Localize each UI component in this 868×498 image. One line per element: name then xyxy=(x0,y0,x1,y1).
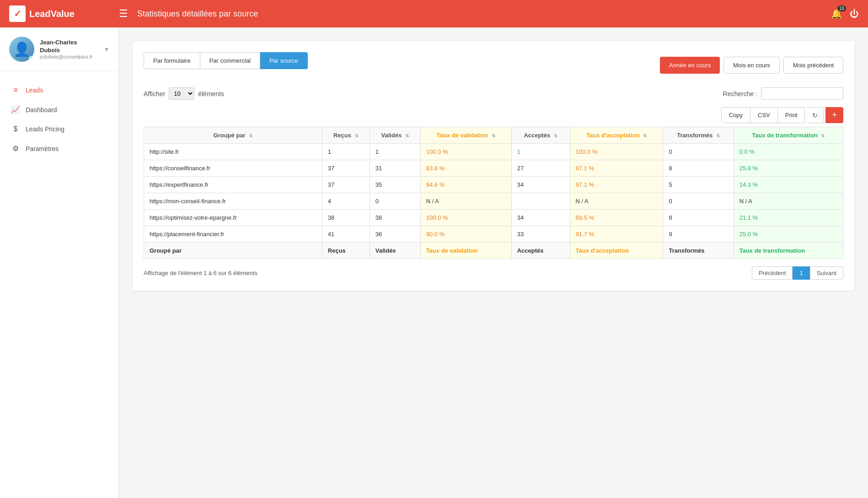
cell-acceptes-2: 34 xyxy=(511,177,570,193)
sidebar-item-parametres-label: Paramètres xyxy=(26,145,59,152)
power-button[interactable]: ⏻ xyxy=(850,9,859,19)
current-year-button[interactable]: Année en cours xyxy=(660,57,720,74)
cell-ta-1: 87.1 % xyxy=(570,160,663,177)
sidebar-item-leads-pricing[interactable]: $ Leads Pricing xyxy=(0,119,118,139)
cell-acceptes-5: 33 xyxy=(511,226,570,243)
by-commercial-button[interactable]: Par commercial xyxy=(200,52,260,69)
cell-source-5: https://placement-financier.fr xyxy=(144,226,322,243)
sort-icon-3[interactable]: ⇅ xyxy=(492,133,495,138)
notifications-button[interactable]: 🔔 10 xyxy=(831,8,842,19)
page-1-button[interactable]: 1 xyxy=(793,266,809,280)
cell-tv-0: 100.0 % xyxy=(420,144,511,160)
cell-valides-3: 0 xyxy=(370,193,420,210)
sidebar-item-leads-pricing-label: Leads Pricing xyxy=(26,125,64,133)
user-info: Jean-Charles Dubois jcdubois@conseilplus… xyxy=(40,39,98,60)
cell-acceptes-3 xyxy=(511,193,570,210)
csv-button[interactable]: CSV xyxy=(750,107,778,123)
th-valides: Validés ⇅ xyxy=(370,127,420,144)
parametres-icon: ⚙ xyxy=(11,144,20,153)
th-taux-transformation: Taux de transformation ⇅ xyxy=(734,127,843,144)
stats-table: Groupé par ⇅ Reçus ⇅ Validés ⇅ Taux de v… xyxy=(144,127,843,259)
cell-tt-1: 25.8 % xyxy=(734,160,843,177)
cell-acceptes-0: 1 xyxy=(511,144,570,160)
prev-page-button[interactable]: Précédent xyxy=(752,266,793,280)
th-recus: Reçus ⇅ xyxy=(322,127,370,144)
cell-transformes-0: 0 xyxy=(663,144,734,160)
sidebar-item-dashboard[interactable]: 📈 Dashboard xyxy=(0,100,118,119)
sort-icon-1[interactable]: ⇅ xyxy=(355,133,359,138)
dashboard-icon: 📈 xyxy=(11,105,20,114)
sort-icon-5[interactable]: ⇅ xyxy=(643,133,647,138)
content-card: Par formulaire Par commercial Par source… xyxy=(133,41,854,291)
elements-label: éléments xyxy=(198,90,224,97)
cell-tt-4: 21.1 % xyxy=(734,210,843,226)
footer-acceptes: Acceptés xyxy=(511,243,570,259)
cell-recus-1: 37 xyxy=(322,160,370,177)
print-button[interactable]: Print xyxy=(778,107,805,123)
sort-icon-2[interactable]: ⇅ xyxy=(405,133,409,138)
cell-recus-3: 4 xyxy=(322,193,370,210)
pagination-buttons: Précédent 1 Suivant xyxy=(752,266,843,280)
cell-tv-3: N / A xyxy=(420,193,511,210)
sort-icon-7[interactable]: ⇅ xyxy=(821,133,825,138)
online-indicator xyxy=(29,56,33,61)
copy-button[interactable]: Copy xyxy=(721,107,750,123)
cell-source-0: http://site.fr xyxy=(144,144,322,160)
main-content: Par formulaire Par commercial Par source… xyxy=(119,27,868,498)
cell-recus-2: 37 xyxy=(322,177,370,193)
recherche-label: Recherche : xyxy=(723,90,757,97)
cell-recus-4: 38 xyxy=(322,210,370,226)
app-header: ✓ LeadValue ☰ Statistiques détaillées pa… xyxy=(0,0,868,27)
cell-acceptes-1: 27 xyxy=(511,160,570,177)
sidebar-item-leads[interactable]: ≡ Leads xyxy=(0,81,118,100)
user-name: Jean-Charles Dubois xyxy=(40,39,98,54)
notifications-badge: 10 xyxy=(837,5,846,11)
table-footer: Groupé par Reçus Validés Taux de validat… xyxy=(144,243,843,259)
cell-ta-2: 97.1 % xyxy=(570,177,663,193)
cell-source-1: https://conseilfinance.fr xyxy=(144,160,322,177)
table-row: https://placement-financier.fr 41 36 90.… xyxy=(144,226,843,243)
search-input[interactable] xyxy=(761,87,843,100)
th-groupe-par: Groupé par ⇅ xyxy=(144,127,322,144)
cell-recus-0: 1 xyxy=(322,144,370,160)
afficher-label: Afficher xyxy=(144,90,165,97)
pagination-info: Affichage de l'élément 1 à 6 sur 6 éléme… xyxy=(144,270,257,276)
controls-row: Afficher 10 25 50 100 éléments Recherche… xyxy=(144,87,843,100)
by-form-button[interactable]: Par formulaire xyxy=(144,52,200,69)
footer-valides: Validés xyxy=(370,243,420,259)
page-title: Statistiques détaillées par source xyxy=(137,9,831,19)
show-select[interactable]: 10 25 50 100 xyxy=(169,87,194,100)
sort-icon-6[interactable]: ⇅ xyxy=(716,133,720,138)
sort-icon-0[interactable]: ⇅ xyxy=(249,133,252,138)
cell-valides-0: 1 xyxy=(370,144,420,160)
sidebar-item-parametres[interactable]: ⚙ Paramètres xyxy=(0,139,118,158)
th-taux-acceptation: Taux d'acceptation ⇅ xyxy=(570,127,663,144)
by-source-button[interactable]: Par source xyxy=(260,52,308,69)
cell-ta-0: 100.0 % xyxy=(570,144,663,160)
cell-transformes-3: 0 xyxy=(663,193,734,210)
table-row: https://conseilfinance.fr 37 31 83.8 % 2… xyxy=(144,160,843,177)
cell-tv-4: 100.0 % xyxy=(420,210,511,226)
prev-month-button[interactable]: Mois précédent xyxy=(783,57,843,74)
add-button[interactable]: + xyxy=(825,107,843,123)
current-month-button[interactable]: Mois en cours xyxy=(723,57,780,74)
refresh-button[interactable]: ↻ xyxy=(807,107,824,123)
view-filter-buttons: Par formulaire Par commercial Par source xyxy=(144,52,308,69)
th-acceptes: Acceptés ⇅ xyxy=(511,127,570,144)
table-row: https://optimisez-votre-epargne.fr 38 38… xyxy=(144,210,843,226)
next-page-button[interactable]: Suivant xyxy=(810,266,843,280)
user-section: 👤 Jean-Charles Dubois jcdubois@conseilpl… xyxy=(0,27,118,71)
hamburger-button[interactable]: ☰ xyxy=(119,8,128,20)
cell-acceptes-4: 34 xyxy=(511,210,570,226)
app-name: LeadValue xyxy=(29,9,75,19)
table-actions: Copy CSV Print ↻ + xyxy=(144,107,843,123)
cell-transformes-2: 5 xyxy=(663,177,734,193)
cell-transformes-1: 8 xyxy=(663,160,734,177)
avatar: 👤 xyxy=(9,37,34,62)
footer-transformes: Transformés xyxy=(663,243,734,259)
cell-tv-5: 90.0 % xyxy=(420,226,511,243)
sort-icon-4[interactable]: ⇅ xyxy=(554,133,557,138)
user-dropdown-arrow[interactable]: ▼ xyxy=(104,46,109,53)
table-row: https://mon-conseil-finance.fr 4 0 N / A… xyxy=(144,193,843,210)
pagination-row: Affichage de l'élément 1 à 6 sur 6 éléme… xyxy=(144,266,843,280)
